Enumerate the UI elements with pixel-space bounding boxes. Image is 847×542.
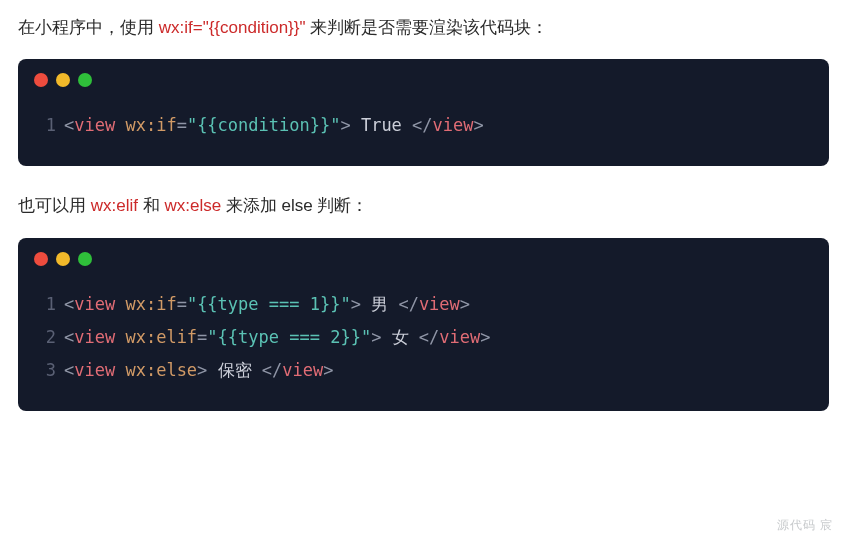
code-token bbox=[115, 360, 125, 380]
document-content: 在小程序中，使用 wx:if="{{condition}}" 来判断是否需要渲染… bbox=[0, 0, 847, 411]
code-token: 女 bbox=[381, 327, 418, 347]
code-token: > bbox=[197, 360, 207, 380]
inline-code: wx:else bbox=[164, 196, 221, 215]
line-number: 2 bbox=[34, 321, 56, 354]
code-block-1: 1<view wx:if="{{condition}}"> True </vie… bbox=[18, 59, 829, 166]
line-number: 1 bbox=[34, 109, 56, 142]
code-token: view bbox=[74, 327, 115, 347]
code-token bbox=[115, 327, 125, 347]
window-control-dots bbox=[18, 238, 829, 266]
text: 来判断是否需要渲染该代码块： bbox=[306, 18, 549, 37]
code-token: view bbox=[74, 294, 115, 314]
code-token: < bbox=[64, 115, 74, 135]
paragraph-2: 也可以用 wx:elif 和 wx:else 来添加 else 判断： bbox=[18, 192, 829, 219]
code-line: 3<view wx:else> 保密 </view> bbox=[34, 354, 813, 387]
watermark: 源代码 宸 bbox=[777, 517, 833, 534]
code-token: = bbox=[177, 115, 187, 135]
code-token: < bbox=[64, 327, 74, 347]
line-number: 3 bbox=[34, 354, 56, 387]
code-token: "{{type === 1}}" bbox=[187, 294, 351, 314]
code-token: "{{condition}}" bbox=[187, 115, 341, 135]
close-icon bbox=[34, 73, 48, 87]
code-token: view bbox=[419, 294, 460, 314]
code-token: view bbox=[433, 115, 474, 135]
code-token: wx:elif bbox=[125, 327, 197, 347]
code-token: > bbox=[323, 360, 333, 380]
code-token: > bbox=[340, 115, 350, 135]
code-line: 1<view wx:if="{{type === 1}}"> 男 </view> bbox=[34, 288, 813, 321]
minimize-icon bbox=[56, 73, 70, 87]
paragraph-1: 在小程序中，使用 wx:if="{{condition}}" 来判断是否需要渲染… bbox=[18, 14, 829, 41]
window-control-dots bbox=[18, 59, 829, 87]
code-token: wx:else bbox=[125, 360, 197, 380]
inline-code: wx:elif bbox=[91, 196, 138, 215]
code-token: </ bbox=[262, 360, 282, 380]
text: 来添加 else 判断： bbox=[221, 196, 368, 215]
code-lines: 1<view wx:if="{{type === 1}}"> 男 </view>… bbox=[18, 266, 829, 411]
code-lines: 1<view wx:if="{{condition}}"> True </vie… bbox=[18, 87, 829, 166]
inline-code: wx:if="{{condition}}" bbox=[159, 18, 306, 37]
code-token: True bbox=[351, 115, 412, 135]
code-token: view bbox=[74, 115, 115, 135]
code-token: = bbox=[197, 327, 207, 347]
code-token bbox=[115, 115, 125, 135]
text: 在小程序中，使用 bbox=[18, 18, 159, 37]
code-token: > bbox=[460, 294, 470, 314]
code-token: </ bbox=[419, 327, 439, 347]
code-token: wx:if bbox=[125, 115, 176, 135]
maximize-icon bbox=[78, 73, 92, 87]
code-token: > bbox=[474, 115, 484, 135]
code-token: view bbox=[282, 360, 323, 380]
code-token: view bbox=[74, 360, 115, 380]
code-token: </ bbox=[398, 294, 418, 314]
code-line: 2<view wx:elif="{{type === 2}}"> 女 </vie… bbox=[34, 321, 813, 354]
code-token: view bbox=[439, 327, 480, 347]
code-token: 男 bbox=[361, 294, 398, 314]
code-token: > bbox=[480, 327, 490, 347]
line-number: 1 bbox=[34, 288, 56, 321]
text: 和 bbox=[138, 196, 164, 215]
code-token: 保密 bbox=[207, 360, 261, 380]
minimize-icon bbox=[56, 252, 70, 266]
code-token: wx:if bbox=[125, 294, 176, 314]
code-token: = bbox=[177, 294, 187, 314]
code-token: > bbox=[371, 327, 381, 347]
code-token: > bbox=[351, 294, 361, 314]
maximize-icon bbox=[78, 252, 92, 266]
code-block-2: 1<view wx:if="{{type === 1}}"> 男 </view>… bbox=[18, 238, 829, 411]
text: 也可以用 bbox=[18, 196, 91, 215]
code-token: < bbox=[64, 294, 74, 314]
code-token bbox=[115, 294, 125, 314]
code-token: </ bbox=[412, 115, 432, 135]
code-token: < bbox=[64, 360, 74, 380]
code-line: 1<view wx:if="{{condition}}"> True </vie… bbox=[34, 109, 813, 142]
close-icon bbox=[34, 252, 48, 266]
code-token: "{{type === 2}}" bbox=[207, 327, 371, 347]
